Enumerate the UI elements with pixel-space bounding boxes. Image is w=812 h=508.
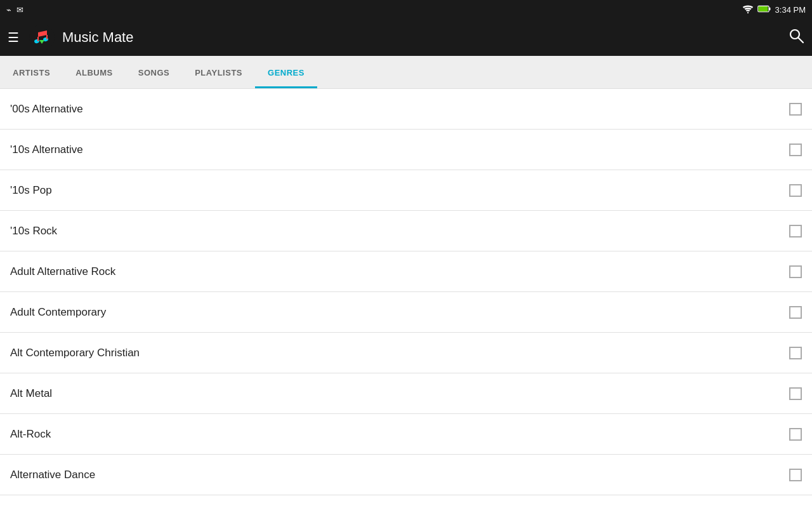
- genre-name: Alt-Rock: [10, 428, 51, 441]
- time-display: 3:34 PM: [775, 5, 806, 15]
- genres-list: '00s Alternative'10s Alternative'10s Pop…: [0, 89, 812, 508]
- genre-checkbox[interactable]: [789, 469, 802, 481]
- tab-artists[interactable]: ARTISTS: [0, 59, 63, 88]
- genre-row[interactable]: '00s Alternative: [0, 89, 812, 130]
- genre-name: Adult Contemporary: [10, 306, 106, 319]
- tabs-bar: ARTISTS ALBUMS SONGS PLAYLISTS GENRES: [0, 56, 812, 89]
- svg-rect-2: [769, 7, 770, 10]
- genre-checkbox[interactable]: [789, 144, 802, 156]
- genre-row[interactable]: Alt-Rock: [0, 414, 812, 455]
- genre-row[interactable]: Alternative Pop: [0, 495, 812, 508]
- svg-point-4: [29, 25, 55, 50]
- status-right-area: 3:34 PM: [742, 4, 806, 15]
- hamburger-menu-icon[interactable]: ☰: [5, 27, 22, 48]
- genre-name: Alt Contemporary Christian: [10, 347, 140, 359]
- app-bar-left: ☰ Music Mate: [5, 23, 133, 51]
- app-title: Music Mate: [62, 29, 133, 46]
- genre-checkbox[interactable]: [789, 184, 802, 197]
- genre-name: Alternative Dance: [10, 469, 95, 481]
- genre-checkbox[interactable]: [789, 347, 802, 359]
- genre-row[interactable]: Alt Contemporary Christian: [0, 333, 812, 373]
- genre-checkbox[interactable]: [789, 265, 802, 278]
- genre-checkbox[interactable]: [789, 306, 802, 319]
- tab-genres[interactable]: GENRES: [255, 59, 317, 88]
- genre-row[interactable]: Adult Contemporary: [0, 292, 812, 333]
- tab-playlists[interactable]: PLAYLISTS: [182, 59, 255, 88]
- search-icon[interactable]: [788, 27, 804, 48]
- genre-row[interactable]: Alternative Dance: [0, 455, 812, 495]
- tab-albums[interactable]: ALBUMS: [63, 59, 126, 88]
- svg-point-0: [747, 11, 748, 13]
- genre-checkbox[interactable]: [789, 387, 802, 400]
- genre-name: '00s Alternative: [10, 103, 83, 116]
- genre-row[interactable]: Adult Alternative Rock: [0, 251, 812, 292]
- genre-row[interactable]: Alt Metal: [0, 373, 812, 414]
- app-logo: [28, 23, 56, 51]
- email-icon: ✉: [16, 5, 23, 15]
- genre-row[interactable]: '10s Alternative: [0, 130, 812, 170]
- battery-icon: [757, 5, 771, 15]
- genre-name: '10s Alternative: [10, 144, 83, 156]
- genre-row[interactable]: '10s Pop: [0, 170, 812, 211]
- genre-name: '10s Pop: [10, 184, 52, 197]
- usb-icon: ⌁: [6, 5, 11, 15]
- status-bar: ⌁ ✉ 3:34 PM: [0, 0, 812, 19]
- genre-row[interactable]: '10s Rock: [0, 211, 812, 251]
- genre-checkbox[interactable]: [789, 103, 802, 116]
- genre-checkbox[interactable]: [789, 428, 802, 441]
- tab-songs[interactable]: SONGS: [126, 59, 182, 88]
- status-left-icons: ⌁ ✉: [6, 5, 23, 15]
- svg-rect-3: [758, 6, 768, 11]
- genre-name: Adult Alternative Rock: [10, 265, 115, 278]
- genre-name: Alt Metal: [10, 387, 52, 400]
- genre-checkbox[interactable]: [789, 225, 802, 237]
- app-bar: ☰ Music Mate: [0, 19, 812, 56]
- genre-name: '10s Rock: [10, 225, 57, 237]
- wifi-icon: [742, 4, 754, 15]
- svg-line-11: [799, 38, 804, 43]
